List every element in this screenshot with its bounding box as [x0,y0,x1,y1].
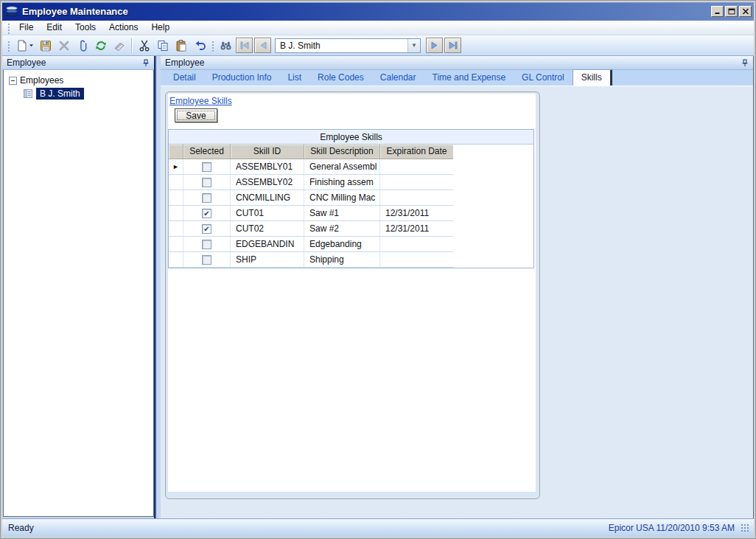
cut-button[interactable] [135,37,153,54]
table-row[interactable]: EDGEBANDIN Edgebanding [169,237,453,252]
tree-root-employees[interactable]: Employees [7,74,150,86]
attachment-button[interactable] [73,37,91,54]
employee-tree-panel: Employee Employees B J. Smith [2,56,154,518]
cell-selected[interactable] [183,190,231,205]
cell-expiration-date[interactable] [380,252,453,267]
previous-record-icon [259,41,267,49]
menu-actions[interactable]: Actions [102,21,144,35]
cell-skill-description[interactable]: CNC Milling Mac [304,190,380,205]
collapse-icon[interactable] [9,77,17,85]
cell-selected[interactable]: ✔ [183,221,231,236]
skill-checkbox[interactable]: ✔ [202,209,211,218]
search-button[interactable] [217,37,235,54]
cell-skill-description[interactable]: Shipping [304,252,380,267]
cell-expiration-date[interactable] [380,190,453,205]
cell-selected[interactable] [183,252,231,267]
combobox-dropdown-button[interactable]: ▼ [407,39,420,52]
app-window: Employee Maintenance File Edit Tools Act… [0,0,756,539]
grid-empty-area [453,145,533,268]
skill-checkbox[interactable] [202,162,211,172]
cell-skill-id[interactable]: CNCMILLING [231,190,304,205]
skill-checkbox[interactable] [202,240,211,249]
cell-skill-id[interactable]: CUT01 [231,206,304,220]
tree-node-label: B J. Smith [36,88,84,100]
cell-skill-id[interactable]: ASSEMBLY01 [231,159,304,174]
minimize-button[interactable] [711,6,724,17]
table-row[interactable]: ✔ CUT02 Saw #2 12/31/2011 [169,221,453,237]
maximize-button[interactable] [725,6,738,17]
tab-list[interactable]: List [279,70,309,86]
toolbar-grip[interactable] [7,40,10,52]
menu-edit[interactable]: Edit [40,21,69,35]
skill-checkbox[interactable] [202,178,211,187]
skill-checkbox[interactable] [202,193,211,203]
cell-skill-id[interactable]: EDGEBANDIN [231,237,304,251]
cell-selected[interactable] [183,175,231,189]
table-row[interactable]: ✔ CUT01 Saw #1 12/31/2011 [169,206,453,221]
first-record-button[interactable] [236,38,253,53]
cell-skill-id[interactable]: CUT02 [231,221,304,236]
skill-checkbox[interactable] [202,255,211,265]
cell-skill-description[interactable]: General Assembl [304,159,380,174]
cell-selected[interactable]: ✔ [183,206,231,220]
tab-production-info[interactable]: Production Info [204,70,280,86]
table-row[interactable]: ► ASSEMBLY01 General Assembl [169,159,453,175]
skill-checkbox[interactable]: ✔ [202,224,211,234]
table-row[interactable]: SHIP Shipping [169,252,453,268]
cell-skill-id[interactable]: ASSEMBLY02 [231,175,304,189]
tab-gl-control[interactable]: GL Control [514,70,573,86]
undo-button[interactable] [190,37,209,54]
menu-tools[interactable]: Tools [69,21,102,35]
cell-expiration-date[interactable] [380,175,453,189]
cell-selected[interactable] [183,159,231,174]
delete-button[interactable] [55,37,73,54]
cell-expiration-date[interactable] [380,159,453,174]
last-record-button[interactable] [444,38,461,53]
cell-skill-description[interactable]: Saw #2 [304,221,380,236]
resize-grip-icon[interactable] [741,524,749,532]
skills-save-button[interactable]: Save [175,108,217,122]
refresh-icon [94,39,108,52]
record-selector-combobox[interactable]: B J. Smith ▼ [275,38,421,53]
tab-skills[interactable]: Skills [573,69,612,86]
cell-expiration-date[interactable]: 12/31/2011 [380,221,453,236]
table-row[interactable]: CNCMILLING CNC Milling Mac [169,190,453,206]
cell-expiration-date[interactable] [380,237,453,251]
titlebar[interactable]: Employee Maintenance [2,2,754,21]
next-record-button[interactable] [426,38,443,53]
cell-selected[interactable] [183,237,231,251]
table-row[interactable]: ASSEMBLY02 Finishing assem [169,175,453,190]
previous-record-button[interactable] [254,38,271,53]
save-button[interactable] [36,37,55,54]
cell-skill-description[interactable]: Finishing assem [304,175,380,189]
panel-splitter[interactable] [154,56,161,518]
close-button[interactable] [739,6,752,17]
menu-grip[interactable] [7,22,10,34]
tree-node-bj-smith[interactable]: B J. Smith [23,88,150,100]
tab-detail[interactable]: Detail [165,70,204,86]
tab-role-codes[interactable]: Role Codes [309,70,372,86]
new-button[interactable] [13,37,36,54]
cell-skill-id[interactable]: SHIP [231,252,304,267]
pin-icon[interactable] [741,59,749,67]
cell-skill-description[interactable]: Edgebanding [304,237,380,251]
clear-button[interactable] [110,37,128,54]
column-header-skill-description[interactable]: Skill Description [304,145,380,159]
cell-expiration-date[interactable]: 12/31/2011 [380,206,453,220]
menu-help[interactable]: Help [144,21,176,35]
cell-skill-description[interactable]: Saw #1 [304,206,380,220]
paste-button[interactable] [172,37,190,54]
tab-time-and-expense[interactable]: Time and Expense [424,70,514,86]
column-header-skill-id[interactable]: Skill ID [231,145,304,159]
nav-toolbar-grip[interactable] [211,40,214,52]
column-header-selected[interactable]: Selected [183,145,231,159]
menu-file[interactable]: File [13,21,40,35]
tree-panel-header: Employee [2,56,154,70]
toolbar: B J. Smith ▼ [2,35,754,56]
row-indicator [169,252,183,267]
refresh-button[interactable] [91,37,110,54]
pin-icon[interactable] [142,59,150,67]
tab-calendar[interactable]: Calendar [372,70,424,86]
column-header-expiration-date[interactable]: Expiration Date [380,145,453,159]
copy-button[interactable] [153,37,172,54]
